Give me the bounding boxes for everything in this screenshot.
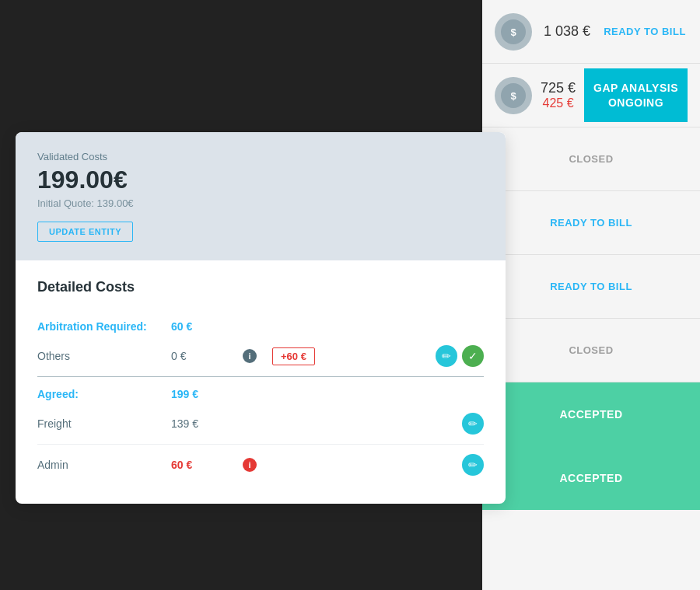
row2-icon: $ [495,77,532,114]
update-entity-button[interactable]: UPDATE ENTITY [37,222,133,242]
status-row-8: ACCEPTED [482,446,700,510]
others-delta: +60 € [272,347,315,365]
row6-status: CLOSED [548,344,634,356]
row4-status: READY TO BILL [548,217,634,229]
row8-status: ACCEPTED [544,472,638,484]
admin-edit-icon[interactable]: ✏ [462,454,484,476]
freight-label: Freight [37,417,162,430]
scene: $ 1 038 € READY TO BILL $ 725 € 425 € GA… [0,0,700,590]
status-row-1: $ 1 038 € READY TO BILL [482,0,700,64]
freight-edit-icon[interactable]: ✏ [462,413,484,435]
status-row-6: CLOSED [482,319,700,382]
cost-row-freight: Freight 139 € ✏ [37,403,484,445]
arb-label: Arbitration Required: [37,320,162,333]
admin-value: 60 € [171,459,233,471]
others-info-icon[interactable]: i [243,349,257,363]
cost-row-others: Others 0 € i +60 € ✏ ✓ [37,336,484,377]
admin-actions: ✏ [462,454,484,476]
freight-actions: ✏ [462,413,484,435]
row7-status: ACCEPTED [544,408,638,421]
admin-info-icon[interactable]: i [243,458,257,472]
others-check-icon[interactable]: ✓ [462,345,484,367]
validated-costs-section: Validated Costs 199.00€ Initial Quote: 1… [16,132,506,260]
row5-status: READY TO BILL [548,281,634,292]
status-row-4: READY TO BILL [482,191,700,255]
others-label: Others [37,350,162,362]
status-panel: $ 1 038 € READY TO BILL $ 725 € 425 € GA… [482,0,700,590]
svg-text:$: $ [510,90,516,102]
agreed-label: Agreed: [37,388,162,400]
svg-text:$: $ [510,26,516,38]
row2-status: GAP ANALYSISONGOING [584,68,688,121]
others-value: 0 € [171,350,233,362]
cost-row-arbitration: Arbitration Required: 60 € [37,311,484,336]
agreed-value: 199 € [171,388,233,400]
validated-amount: 199.00€ [37,166,484,194]
status-row-7: ACCEPTED [482,382,700,446]
row2-amount: 725 € 425 € [532,80,584,110]
arb-value: 60 € [171,320,233,333]
initial-quote: Initial Quote: 139.00€ [37,197,484,209]
row2-amount-sub: 425 € [532,96,584,110]
cost-row-agreed: Agreed: 199 € [37,377,484,403]
row1-icon: $ [495,13,532,51]
row1-amount-main: 1 038 € [532,23,602,40]
row2-amount-main: 725 € [532,80,584,96]
detailed-costs-section: Detailed Costs Arbitration Required: 60 … [16,260,506,504]
status-row-2: $ 725 € 425 € GAP ANALYSISONGOING [482,64,700,127]
detailed-costs-title: Detailed Costs [37,279,484,295]
row3-status: CLOSED [548,153,634,165]
freight-value: 139 € [171,417,233,430]
status-row-3: CLOSED [482,127,700,191]
detail-panel: Validated Costs 199.00€ Initial Quote: 1… [16,132,506,504]
cost-row-admin: Admin 60 € i ✏ [37,445,484,485]
admin-label: Admin [37,459,162,471]
others-edit-icon[interactable]: ✏ [436,345,457,367]
others-actions: ✏ ✓ [436,345,484,367]
validated-label: Validated Costs [37,151,484,162]
row1-amount: 1 038 € [532,23,602,40]
row1-status: READY TO BILL [602,26,688,37]
status-row-5: READY TO BILL [482,255,700,319]
